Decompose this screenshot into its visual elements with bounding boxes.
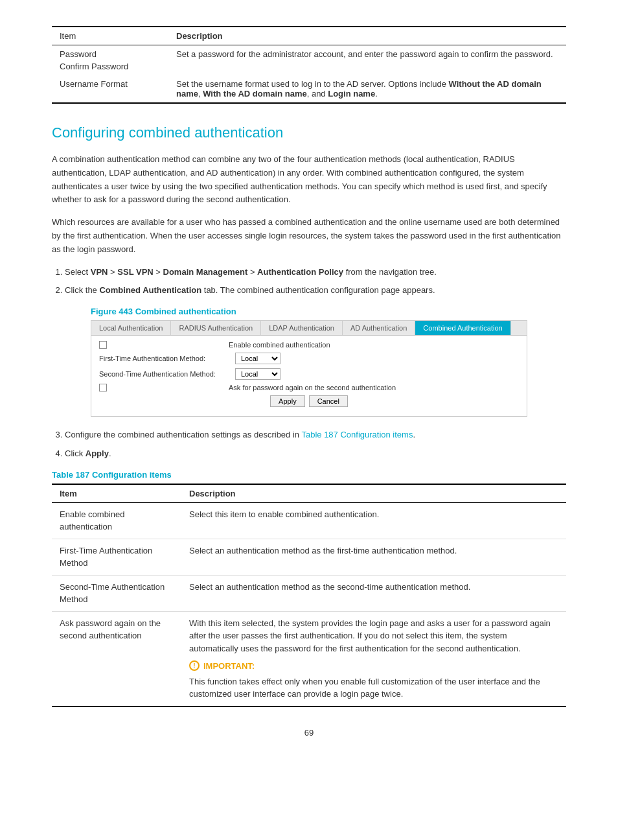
col-header-item: Item: [52, 27, 168, 45]
steps-3-4: Configure the combined authentication se…: [65, 428, 566, 461]
tab-ldap-auth[interactable]: LDAP Authentication: [261, 321, 343, 335]
row-desc: Set the username format used to log in t…: [168, 75, 566, 103]
t187-col-desc: Description: [181, 484, 566, 503]
figure-box: Local Authentication RADIUS Authenticati…: [91, 320, 527, 417]
ask-password-checkbox[interactable]: [99, 384, 107, 391]
important-icon: !: [189, 660, 200, 671]
row-item: Second-Time Authentication Method: [52, 575, 181, 611]
cancel-button[interactable]: Cancel: [309, 395, 348, 407]
step-4: Click Apply.: [65, 447, 566, 461]
section-heading: Configuring combined authentication: [52, 124, 566, 141]
row-desc: Select an authentication method as the f…: [181, 539, 566, 575]
ask-password-label: Ask for password again on the second aut…: [229, 384, 396, 391]
table187-label: Table 187 Configuration items: [52, 470, 566, 480]
row-item: Username Format: [52, 75, 168, 103]
col-header-desc: Description: [168, 27, 566, 45]
table-row: Second-Time Authentication Method Select…: [52, 575, 566, 611]
row-item: Enable combined authentication: [52, 502, 181, 539]
first-auth-row: First-Time Authentication Method: Local: [99, 353, 519, 364]
second-auth-row: Second-Time Authentication Method: Local: [99, 368, 519, 380]
enable-row: Enable combined authentication: [99, 341, 519, 349]
important-label: IMPORTANT:: [203, 660, 255, 673]
figure-label: Figure 443 Combined authentication: [91, 307, 566, 316]
row-item: Ask password again on the second authent…: [52, 611, 181, 706]
page-number: 69: [52, 728, 566, 738]
tab-local-auth[interactable]: Local Authentication: [91, 321, 171, 335]
body-para1: A combination authentication method can …: [52, 153, 566, 207]
enable-label: Enable combined authentication: [229, 341, 330, 349]
first-auth-label: First-Time Authentication Method:: [99, 355, 235, 362]
second-auth-select[interactable]: Local: [235, 368, 280, 380]
row-desc: Select this item to enable combined auth…: [181, 502, 566, 539]
first-auth-select[interactable]: Local: [235, 353, 280, 364]
row-item: First-Time Authentication Method: [52, 539, 181, 575]
table-row: First-Time Authentication Method Select …: [52, 539, 566, 575]
tab-ad-auth[interactable]: AD Authentication: [343, 321, 415, 335]
apply-button[interactable]: Apply: [270, 395, 305, 407]
table-row: Username Format Set the username format …: [52, 75, 566, 103]
t187-col-item: Item: [52, 484, 181, 503]
step-1: Select VPN > SSL VPN > Domain Management…: [65, 266, 566, 279]
table-row: Ask password again on the second authent…: [52, 611, 566, 706]
figure-content: Enable combined authentication First-Tim…: [91, 336, 527, 416]
step-3: Configure the combined authentication se…: [65, 428, 566, 442]
row-desc: Set a password for the administrator acc…: [168, 45, 566, 76]
table187-link[interactable]: Table 187 Configuration items: [301, 430, 413, 439]
important-box: ! IMPORTANT:: [189, 660, 558, 673]
tab-combined-auth[interactable]: Combined Authentication: [415, 321, 510, 335]
ask-password-row: Ask for password again on the second aut…: [99, 384, 519, 391]
step-2: Click the Combined Authentication tab. T…: [65, 284, 566, 298]
table-row: Enable combined authentication Select th…: [52, 502, 566, 539]
tab-radius-auth[interactable]: RADIUS Authentication: [171, 321, 261, 335]
tab-bar: Local Authentication RADIUS Authenticati…: [91, 321, 527, 336]
table-187: Item Description Enable combined authent…: [52, 484, 566, 707]
top-config-table: Item Description Password Confirm Passwo…: [52, 26, 566, 104]
row-item: Password Confirm Password: [52, 45, 168, 76]
apply-cancel-row: Apply Cancel: [99, 395, 519, 411]
body-para2: Which resources are available for a user…: [52, 216, 566, 256]
important-text: This function takes effect only when you…: [189, 675, 558, 701]
row-desc: With this item selected, the system prov…: [181, 611, 566, 706]
table-row: Password Confirm Password Set a password…: [52, 45, 566, 76]
steps-list: Select VPN > SSL VPN > Domain Management…: [65, 266, 566, 298]
enable-checkbox[interactable]: [99, 341, 107, 349]
row-desc: Select an authentication method as the s…: [181, 575, 566, 611]
second-auth-label: Second-Time Authentication Method:: [99, 370, 235, 378]
